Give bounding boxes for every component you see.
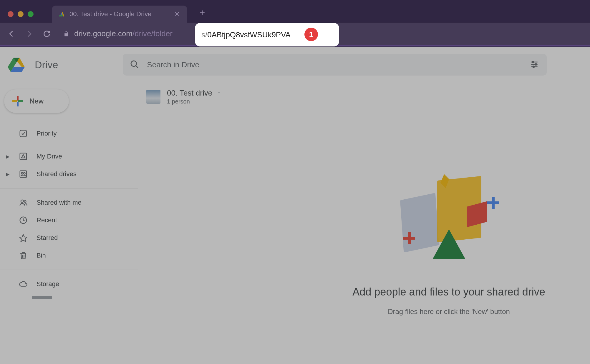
sidebar-item-label: My Drive bbox=[37, 153, 62, 160]
svg-marker-28 bbox=[20, 235, 27, 242]
sidebar-item-label: Starred bbox=[37, 234, 58, 242]
breadcrumb-dropdown-icon[interactable] bbox=[216, 90, 222, 96]
url-path: /drive/folder bbox=[132, 29, 173, 38]
svg-rect-32 bbox=[400, 193, 439, 253]
window-maximize[interactable] bbox=[28, 11, 34, 17]
shared-drives-icon bbox=[18, 169, 28, 179]
tab-title: 00. Test drive - Google Drive bbox=[69, 10, 169, 18]
reload-button[interactable] bbox=[42, 29, 52, 39]
svg-point-25 bbox=[21, 200, 24, 203]
svg-point-12 bbox=[532, 61, 533, 63]
sidebar-divider bbox=[0, 270, 138, 270]
svg-point-13 bbox=[535, 64, 537, 65]
tab-strip: 00. Test drive - Google Drive ✕ ＋ bbox=[52, 4, 207, 23]
sidebar-item-shared-drives[interactable]: ▶ Shared drives bbox=[0, 165, 138, 183]
sidebar-item-priority[interactable]: ▶ Priority bbox=[0, 125, 138, 142]
svg-rect-15 bbox=[17, 96, 19, 101]
new-button-label: New bbox=[29, 97, 44, 105]
browser-tab[interactable]: 00. Test drive - Google Drive ✕ bbox=[52, 6, 187, 23]
sidebar-item-label: Recent bbox=[37, 216, 57, 224]
window-controls bbox=[8, 11, 34, 17]
search-icon bbox=[130, 60, 140, 70]
recent-icon bbox=[18, 215, 28, 225]
sidebar-item-shared-with-me[interactable]: ▶ Shared with me bbox=[0, 194, 138, 211]
svg-marker-21 bbox=[21, 155, 25, 158]
expand-icon[interactable]: ▶ bbox=[6, 154, 10, 159]
breadcrumb-row: 00. Test drive 1 person bbox=[138, 82, 590, 111]
sidebar-item-recent[interactable]: ▶ Recent bbox=[0, 211, 138, 229]
empty-title: Add people and files to your shared driv… bbox=[352, 286, 545, 298]
new-tab-button[interactable]: ＋ bbox=[198, 6, 207, 19]
svg-rect-19 bbox=[20, 130, 27, 137]
empty-state: Add people and files to your shared driv… bbox=[316, 165, 581, 316]
svg-marker-2 bbox=[59, 15, 63, 16]
plus-icon bbox=[12, 95, 24, 107]
filter-icon[interactable] bbox=[530, 60, 540, 70]
svg-point-14 bbox=[533, 66, 534, 67]
storage-usage-bar bbox=[32, 296, 52, 299]
sidebar-item-storage[interactable]: ▶ Storage bbox=[0, 275, 138, 293]
folder-thumbnail bbox=[146, 90, 160, 104]
sidebar-item-label: Bin bbox=[37, 252, 46, 259]
priority-icon bbox=[18, 128, 28, 138]
svg-rect-18 bbox=[18, 100, 23, 102]
back-button[interactable] bbox=[6, 29, 16, 39]
breadcrumb-title[interactable]: 00. Test drive bbox=[167, 89, 222, 98]
sidebar-item-label: Shared drives bbox=[37, 170, 77, 178]
window-minimize[interactable] bbox=[18, 11, 24, 17]
window-close[interactable] bbox=[8, 11, 14, 17]
bin-icon bbox=[18, 251, 28, 261]
annotation-badge-1: 1 bbox=[304, 28, 318, 41]
app-header: Drive Search in Drive bbox=[0, 47, 590, 82]
url-domain: drive.google.com bbox=[74, 29, 132, 38]
storage-icon bbox=[18, 279, 28, 289]
svg-point-7 bbox=[131, 61, 137, 66]
svg-point-26 bbox=[24, 201, 26, 202]
lock-icon bbox=[63, 31, 69, 37]
new-button[interactable]: New bbox=[4, 89, 69, 113]
expand-icon[interactable]: ▶ bbox=[6, 171, 10, 177]
breadcrumb-subtitle: 1 person bbox=[167, 98, 222, 105]
forward-button[interactable] bbox=[24, 29, 34, 39]
sidebar-item-bin[interactable]: ▶ Bin bbox=[0, 247, 138, 264]
drive-app: Drive Search in Drive bbox=[0, 47, 590, 364]
svg-rect-17 bbox=[12, 100, 17, 102]
svg-line-8 bbox=[136, 66, 138, 68]
search-placeholder: Search in Drive bbox=[147, 60, 523, 69]
svg-rect-16 bbox=[17, 102, 19, 106]
sidebar-item-label: Shared with me bbox=[37, 199, 82, 206]
content-area: 00. Test drive 1 person bbox=[138, 82, 590, 364]
my-drive-icon bbox=[18, 151, 28, 161]
drive-favicon bbox=[58, 11, 65, 18]
search-box[interactable]: Search in Drive bbox=[123, 54, 547, 76]
empty-illustration bbox=[393, 165, 505, 276]
sidebar-divider bbox=[0, 188, 138, 188]
svg-point-23 bbox=[21, 173, 23, 174]
tab-close-icon[interactable]: ✕ bbox=[173, 10, 181, 18]
svg-rect-22 bbox=[20, 171, 27, 178]
sidebar-item-my-drive[interactable]: ▶ My Drive bbox=[0, 148, 138, 165]
drive-logo[interactable] bbox=[7, 55, 26, 74]
svg-point-24 bbox=[24, 173, 25, 174]
sidebar-item-label: Priority bbox=[37, 130, 57, 137]
sidebar-item-starred[interactable]: ▶ Starred bbox=[0, 229, 138, 247]
empty-subtitle: Drag files here or click the 'New' butto… bbox=[388, 308, 510, 316]
sidebar: New ▶ Priority ▶ My Drive bbox=[0, 82, 138, 364]
shared-with-me-icon bbox=[18, 198, 28, 208]
product-name: Drive bbox=[35, 59, 58, 71]
sidebar-item-label: Storage bbox=[37, 280, 59, 288]
starred-icon bbox=[18, 233, 28, 243]
